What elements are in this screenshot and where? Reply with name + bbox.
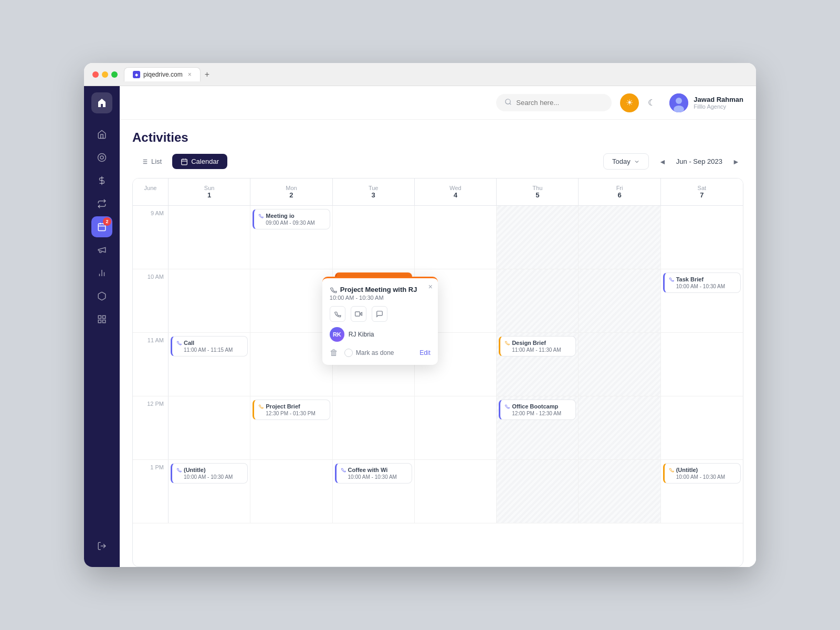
svg-point-18 <box>676 98 682 104</box>
day-cell-tue-12[interactable] <box>333 396 415 459</box>
sidebar-item-exchange[interactable] <box>91 193 112 214</box>
day-cell-wed-10[interactable]: × Project Meeting with RJ 10:00 AM - 10:… <box>415 269 497 332</box>
day-cell-mon-1[interactable] <box>250 460 332 523</box>
tab-favicon-icon <box>133 71 140 78</box>
tab-bar: piqedrive.com × + <box>124 67 748 81</box>
attendee-avatar: RK <box>330 327 344 342</box>
popup-video-button[interactable] <box>351 306 366 322</box>
sidebar-item-dollar[interactable] <box>91 170 112 191</box>
day-cell-wed-1[interactable] <box>415 460 497 523</box>
app-layout: 2 <box>84 86 756 567</box>
popup-footer: 🗑 Mark as done Edit <box>330 348 430 358</box>
day-cell-thu-1[interactable] <box>497 460 579 523</box>
theme-sun-button[interactable]: ☀ <box>620 93 639 112</box>
popup-time: 10:00 AM - 10:30 AM <box>330 295 430 301</box>
event-meeting-io[interactable]: Meeting io 09:00 AM - 09:30 AM <box>253 209 330 229</box>
day-cell-fri-9[interactable] <box>579 206 660 269</box>
popup-edit-button[interactable]: Edit <box>419 349 430 356</box>
sidebar: 2 <box>84 86 120 567</box>
time-label-11am: 11 AM <box>133 333 169 396</box>
day-cell-sun-1[interactable]: (Untitle) 10:00 AM - 10:30 AM <box>169 460 250 523</box>
day-cell-thu-10[interactable] <box>497 269 579 332</box>
time-row-9am: 9 AM Meeting io 09:00 AM - 09:30 AM <box>133 206 743 269</box>
sidebar-item-megaphone[interactable] <box>91 239 112 260</box>
day-cell-fri-1[interactable] <box>579 460 660 523</box>
calendar-next-button[interactable]: ► <box>729 154 743 169</box>
minimize-dot[interactable] <box>102 71 108 78</box>
popup-close-button[interactable]: × <box>428 282 433 291</box>
day-cell-thu-9[interactable] <box>497 206 579 269</box>
day-cell-fri-10[interactable] <box>579 269 660 332</box>
day-cell-sun-12[interactable] <box>169 396 250 459</box>
browser-dots <box>92 71 118 78</box>
day-cell-sun-11[interactable]: Call 11:00 AM - 11:15 AM <box>169 333 250 396</box>
event-coffee-wi[interactable]: Coffee with Wi 10:00 AM - 10:30 AM <box>335 463 412 484</box>
search-bar[interactable] <box>496 94 612 111</box>
day-cell-fri-11[interactable] <box>579 333 660 396</box>
event-office-bootcamp[interactable]: Office Bootcamp 12:00 PM - 12:30 AM <box>499 400 576 420</box>
browser-chrome: piqedrive.com × + <box>84 63 756 86</box>
event-task-brief[interactable]: Task Brief 10:00 AM - 10:30 AM <box>663 272 741 293</box>
day-cell-sat-11[interactable] <box>661 333 743 396</box>
logout-button[interactable] <box>91 536 112 556</box>
day-cell-sat-10[interactable]: Task Brief 10:00 AM - 10:30 AM <box>661 269 743 332</box>
day-cell-wed-12[interactable] <box>415 396 497 459</box>
day-cell-mon-9[interactable]: Meeting io 09:00 AM - 09:30 AM <box>250 206 332 269</box>
calendar-header-tue: Tue 3 <box>333 178 415 205</box>
tab-calendar[interactable]: Calendar <box>172 154 227 169</box>
attendee-name: RJ Kibria <box>349 331 374 338</box>
event-project-brief[interactable]: Project Brief 12:30 PM - 01:30 PM <box>253 400 330 420</box>
popup-mark-done[interactable]: Mark as done <box>344 349 394 357</box>
event-design-brief[interactable]: Design Brief 11:00 AM - 11:30 AM <box>499 336 576 356</box>
sidebar-item-home[interactable] <box>91 124 112 145</box>
calendar-header-wed: Wed 4 <box>415 178 497 205</box>
day-cell-tue-1[interactable]: Coffee with Wi 10:00 AM - 10:30 AM <box>333 460 415 523</box>
today-button[interactable]: Today <box>603 153 649 170</box>
time-row-1pm: 1 PM (Untitle) 10:00 AM - 10:30 AM <box>133 460 743 523</box>
sidebar-item-cube[interactable] <box>91 286 112 307</box>
sidebar-item-grid[interactable] <box>91 309 112 330</box>
search-input[interactable] <box>516 99 603 107</box>
event-popup: × Project Meeting with RJ 10:00 AM - 10:… <box>322 277 438 365</box>
day-cell-mon-11[interactable] <box>250 333 332 396</box>
popup-phone-button[interactable] <box>330 306 345 322</box>
day-cell-fri-12[interactable] <box>579 396 660 459</box>
browser-tab[interactable]: piqedrive.com × <box>124 67 201 81</box>
sidebar-item-chart[interactable] <box>91 147 112 168</box>
close-dot[interactable] <box>92 71 99 78</box>
time-label-9am: 9 AM <box>133 206 169 269</box>
popup-attendee: RK RJ Kibria <box>330 327 430 342</box>
calendar-body: 9 AM Meeting io 09:00 AM - 09:30 AM <box>133 206 743 566</box>
calendar-header-sun: Sun 1 <box>169 178 250 205</box>
day-cell-thu-12[interactable]: Office Bootcamp 12:00 PM - 12:30 AM <box>497 396 579 459</box>
day-cell-sat-1[interactable]: (Untitle) 10:00 AM - 10:30 AM <box>661 460 743 523</box>
theme-moon-button[interactable]: ☾ <box>642 93 661 112</box>
day-cell-sat-12[interactable] <box>661 396 743 459</box>
day-cell-mon-10[interactable] <box>250 269 332 332</box>
calendar-prev-button[interactable]: ◄ <box>655 154 670 169</box>
popup-message-button[interactable] <box>372 306 387 322</box>
maximize-dot[interactable] <box>111 71 118 78</box>
tab-list[interactable]: List <box>132 154 170 169</box>
topbar: ☀ ☾ Jawad Rahman Filllo Agency <box>120 86 756 120</box>
day-cell-tue-9[interactable] <box>333 206 415 269</box>
event-call[interactable]: Call 11:00 AM - 11:15 AM <box>171 336 248 356</box>
sidebar-item-calendar[interactable]: 2 <box>91 216 112 237</box>
day-cell-mon-12[interactable]: Project Brief 12:30 PM - 01:30 PM <box>250 396 332 459</box>
day-cell-thu-11[interactable]: Design Brief 11:00 AM - 11:30 AM <box>497 333 579 396</box>
tab-close-icon[interactable]: × <box>188 71 192 78</box>
day-cell-sun-10[interactable] <box>169 269 250 332</box>
new-tab-button[interactable]: + <box>205 70 209 79</box>
user-name: Jawad Rahman <box>694 96 743 103</box>
day-cell-sat-9[interactable] <box>661 206 743 269</box>
svg-rect-10 <box>98 316 101 318</box>
svg-point-15 <box>506 99 510 104</box>
day-cell-wed-9[interactable] <box>415 206 497 269</box>
sidebar-item-barchart[interactable] <box>91 262 112 284</box>
calendar-badge: 2 <box>103 217 111 226</box>
svg-rect-12 <box>103 320 106 323</box>
event-untitle-sat[interactable]: (Untitle) 10:00 AM - 10:30 AM <box>663 463 741 484</box>
day-cell-sun-9[interactable] <box>169 206 250 269</box>
event-untitle-sun[interactable]: (Untitle) 10:00 AM - 10:30 AM <box>171 463 248 484</box>
popup-delete-button[interactable]: 🗑 <box>330 348 338 358</box>
